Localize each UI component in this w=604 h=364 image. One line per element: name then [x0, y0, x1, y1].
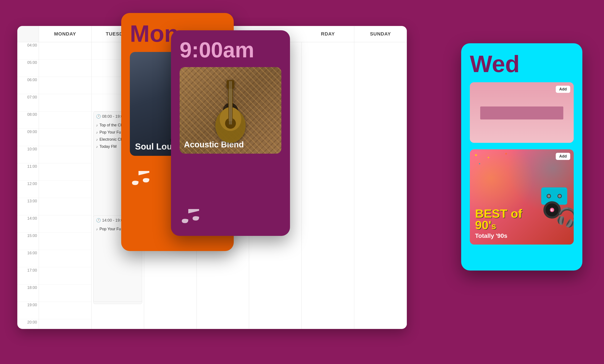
confetti-star: ✦ [504, 151, 508, 156]
music-note-icon [130, 167, 156, 188]
time-slot: 07:00 [17, 94, 39, 112]
time-slot: 15:00 [17, 233, 39, 250]
eyes-cover [480, 106, 563, 119]
time-slot: 13:00 [17, 198, 39, 215]
time-slot: 11:00 [17, 163, 39, 181]
add-button-90s[interactable]: Add [556, 153, 570, 160]
time-slot: 04:00 [17, 42, 39, 60]
wed-top-image: Add [470, 82, 574, 143]
time-slot: 17:00 [17, 267, 39, 285]
cassette-reels [547, 194, 562, 198]
cassette-reel-right [557, 194, 562, 198]
time-slot: 19:00 [17, 302, 39, 319]
clock-icon: 🕐 [96, 218, 101, 223]
nineties-playlist-card: ✦ ✦ ✦ ✦ ▶ 🎧 Add BEST of 90's Totally '90… [470, 149, 574, 245]
music-icon: ♪ [96, 123, 98, 127]
wednesday-card: Wed Add ✦ ✦ ✦ ✦ ▶ 🎧 Add [461, 43, 582, 271]
nineties-subtitle: Totally '90s [475, 232, 568, 239]
guitar-icon [211, 76, 250, 145]
saturday-col [302, 42, 354, 329]
clock-icon: 🕐 [96, 114, 101, 119]
confetti-star: ✦ [474, 152, 478, 158]
cassette-reel-left [547, 194, 551, 198]
wednesday-card-day: Wed [470, 52, 574, 76]
confetti-star: ✦ [478, 162, 481, 165]
record-center: ▶ [550, 208, 554, 212]
acoustic-card-music-icon [180, 205, 281, 227]
confetti-star: ✦ [487, 156, 490, 159]
time-slot: 18:00 [17, 285, 39, 302]
monday-header: MONDAY [39, 26, 91, 42]
acoustic-card-time: 9:00am [180, 39, 281, 61]
time-header-cell [17, 26, 39, 42]
acoustic-image: ▶ Acoustic Blend [180, 67, 281, 154]
music-icon: ♪ [96, 130, 98, 134]
music-icon: ♪ [96, 138, 98, 141]
time-slot: 10:00 [17, 146, 39, 163]
sunday-col [354, 42, 407, 329]
play-icon: ▶ [551, 208, 553, 212]
acoustic-card: 9:00am ▶ Acoustic Blend [171, 30, 290, 236]
monday-col [39, 42, 91, 329]
time-slot: 12:00 [17, 181, 39, 198]
music-icon: ♪ [96, 227, 98, 231]
time-slot: 14:00 [17, 215, 39, 233]
time-column: 04:00 05:00 06:00 07:00 08:00 09:00 10:0… [17, 42, 39, 329]
music-icon: ♪ [96, 145, 98, 149]
time-slot: 09:00 [17, 129, 39, 146]
sunday-header: SUNDAY [354, 26, 407, 42]
time-slot: 16:00 [17, 250, 39, 267]
time-slot: 05:00 [17, 60, 39, 77]
time-slot: 08:00 [17, 112, 39, 129]
saturday-header: RDAY [302, 26, 354, 42]
add-button-top[interactable]: Add [556, 86, 570, 93]
music-note-icon-2 [180, 205, 206, 226]
time-slot: 06:00 [17, 77, 39, 94]
time-slot: 20:00 [17, 319, 39, 329]
